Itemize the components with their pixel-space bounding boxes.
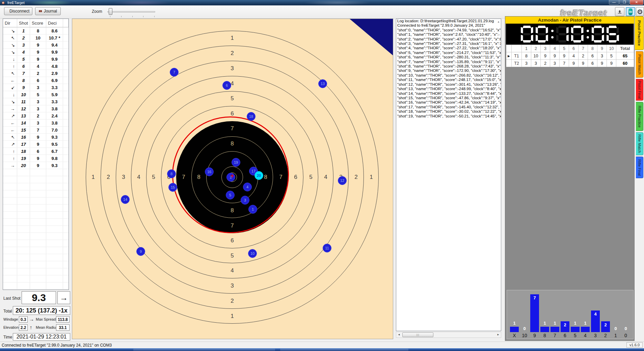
shot-table-row[interactable]: ↖1699.3: [3, 134, 69, 141]
clock-segment: [594, 26, 602, 28]
shot-table-row[interactable]: ↗1799.5: [3, 141, 69, 148]
empty-cell: [63, 282, 69, 289]
ring-number-label: 8: [197, 174, 200, 181]
shot-table-row[interactable]: ↖722.9: [3, 70, 69, 77]
disconnect-button[interactable]: Disconnect: [4, 7, 32, 15]
shot-table-row[interactable]: ↘188.6: [3, 27, 69, 34]
last-shot-value: 9.3: [22, 291, 56, 304]
blank-cell: [63, 112, 69, 119]
empty-cell: [63, 219, 69, 225]
shot-table-row[interactable]: →1233.8: [3, 105, 69, 112]
upload-button[interactable]: [615, 7, 624, 16]
elevation-label: Elevation: [3, 325, 19, 329]
shot-direction-arrow: ↑: [3, 63, 17, 70]
journal-button[interactable]: Journal: [35, 7, 61, 15]
score-table-row[interactable]: ▶T18109994263565: [506, 52, 634, 60]
shot-number: 13: [17, 112, 30, 119]
scroll-up-icon[interactable]: ▲: [497, 20, 500, 23]
series-shot-score: 3: [597, 52, 607, 59]
mean-radius-value: 33.1: [56, 324, 70, 331]
shot-marker: 6: [222, 81, 231, 90]
empty-cell: [46, 190, 63, 197]
shot-number: 11: [17, 98, 30, 105]
tab-pistol-match[interactable]: Pistol Match: [636, 51, 643, 78]
empty-cell: [3, 233, 17, 240]
shot-deci: 3.8: [46, 105, 63, 112]
shot-number: 6: [17, 63, 30, 70]
log-horizontal-scrollbar[interactable]: ◄ ||| ►: [396, 332, 501, 338]
scroll-right-icon[interactable]: ►: [495, 332, 501, 337]
tab-rifle-match[interactable]: Rifle Match: [636, 132, 643, 155]
series-shot-score: 9: [597, 60, 607, 67]
shot-table-row[interactable]: ↘399.4: [3, 42, 69, 49]
minimize-button[interactable]: —: [609, 0, 619, 5]
scrollbar-thumb[interactable]: |||: [402, 332, 433, 337]
shot-table-row[interactable]: ←1433.8: [3, 119, 69, 127]
log-panel[interactable]: Log location: D:\freetarget\log\freETarg…: [396, 19, 501, 331]
header-deci: Deci: [46, 19, 63, 27]
empty-cell: [30, 197, 46, 204]
shot-deci: 9.5: [46, 141, 63, 147]
log-line: "shot":11, "name":"THOR", "score":-248.1…: [396, 78, 501, 82]
score-table-row[interactable]: T2332379969960: [506, 60, 634, 67]
shot-marker: 1: [248, 205, 257, 214]
shot-table-row[interactable]: →2099.3: [3, 162, 69, 169]
ring-number-label: 4: [324, 174, 327, 181]
empty-cell: [46, 226, 63, 233]
shot-table-row[interactable]: ↖21010.7 *: [3, 34, 69, 42]
clock-segment: [521, 35, 523, 42]
empty-cell: [63, 197, 69, 204]
shot-table-row[interactable]: ↓1055.9: [3, 91, 69, 98]
shot-table-row[interactable]: ↘1133.3: [3, 98, 69, 105]
shot-col-header: 4: [550, 45, 560, 52]
empty-cell: [17, 275, 30, 282]
log-line: "shot":15, "name":"THOR", "score":-47.86…: [396, 96, 501, 100]
tab-pistol-final[interactable]: Pistol Final: [636, 79, 643, 101]
empty-table-row: [3, 169, 69, 176]
tab-rifle-final[interactable]: Rifle Final: [636, 157, 643, 178]
arduino-button[interactable]: ∞: [626, 7, 635, 16]
shot-score: 3: [30, 98, 46, 105]
tab-rifle-practice[interactable]: Rifle Practice: [636, 102, 643, 131]
empty-cell: [63, 275, 69, 282]
shot-marker: 10: [248, 249, 257, 258]
clock-colon: [586, 26, 589, 43]
restore-button[interactable]: ❐: [619, 0, 629, 5]
clock-segment: [573, 40, 582, 43]
target-display[interactable]: 1111222233334444555566667777888812345678…: [72, 19, 393, 339]
scroll-left-icon[interactable]: ◄: [396, 332, 402, 337]
empty-cell: [63, 183, 69, 190]
close-button[interactable]: ✕: [630, 0, 643, 5]
log-line: "shot":10, "name":"THOR", "score":-266.8…: [396, 73, 501, 78]
settings-button[interactable]: ⚙: [636, 7, 644, 16]
empty-cell: [30, 240, 46, 247]
shot-score: 9: [30, 49, 46, 55]
ring-number-label: 1: [91, 174, 95, 181]
shot-table-row[interactable]: ↘499.9: [3, 49, 69, 56]
empty-cell: [17, 212, 30, 218]
shot-table-row[interactable]: ↙933.3: [3, 84, 69, 91]
empty-table-row: [3, 197, 69, 205]
histogram-value-label: 2: [561, 322, 569, 327]
shot-table-row[interactable]: ↑1866.7: [3, 148, 69, 155]
blank-cell: [63, 148, 69, 155]
zoom-slider-thumb[interactable]: [109, 8, 112, 15]
shot-table-row[interactable]: ↗1322.4: [3, 112, 69, 119]
arduino-icon: ∞: [628, 8, 633, 15]
shot-table-row[interactable]: ←1577.0: [3, 127, 69, 134]
series-shot-score: 9: [569, 60, 579, 67]
shot-table-row[interactable]: ↑644.8: [3, 63, 69, 70]
zoom-slider-track[interactable]: [107, 11, 155, 12]
empty-cell: [30, 254, 46, 261]
clock-segment: [523, 33, 531, 35]
histogram-bar: [571, 327, 580, 332]
empty-cell: [17, 176, 30, 183]
shot-table-row[interactable]: ←866.9: [3, 77, 69, 84]
tab-pistol-practice[interactable]: Pistol Practice: [635, 16, 644, 50]
shot-score: 2: [30, 112, 46, 119]
ring-number-label: 5: [309, 174, 312, 181]
empty-table-row: [3, 183, 69, 190]
shot-table-row[interactable]: ↓599.9: [3, 56, 69, 63]
shot-table-row[interactable]: ↑1999.8: [3, 155, 69, 162]
series-name: T1: [512, 52, 522, 59]
